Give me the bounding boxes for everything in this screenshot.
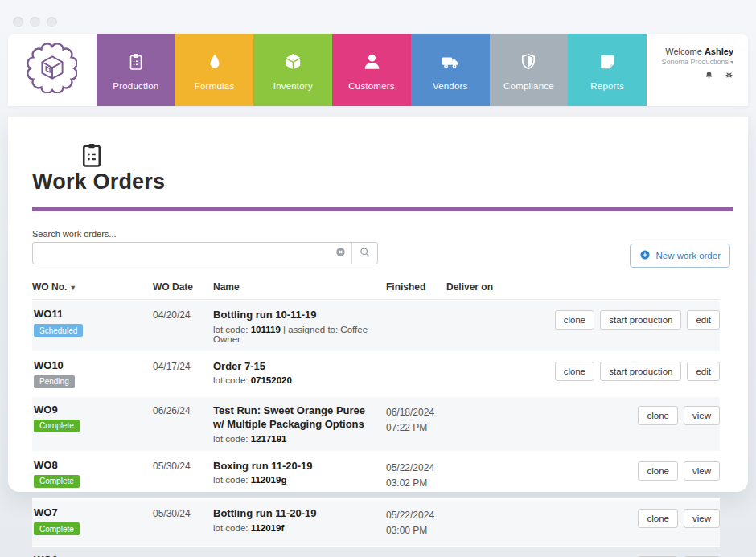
clear-search-button[interactable] (329, 243, 351, 264)
wo-number: WO10 (32, 359, 153, 371)
welcome-text: Welcome Ashley (647, 47, 733, 56)
wo-finished (386, 359, 446, 361)
wo-number: WO8 (32, 459, 153, 471)
wo-number: WO7 (32, 506, 153, 518)
status-badge: Complete (34, 420, 80, 432)
seal-box-logo-icon (27, 43, 77, 96)
nav-tab-production[interactable]: Production (97, 34, 175, 106)
nav-tab-vendors[interactable]: Vendors (411, 34, 490, 106)
app-logo[interactable] (8, 34, 97, 106)
sort-caret-icon: ▼ (69, 284, 76, 292)
wo-finished: 06/18/202407:22 PM (386, 403, 446, 436)
nav-tab-label: Customers (348, 81, 394, 91)
person-icon (362, 50, 382, 74)
column-header-wo-date: WO Date (153, 281, 213, 293)
status-badge: Pending (34, 375, 75, 388)
wo-date: 04/10/24 (153, 554, 213, 557)
table-row: WO9 Complete 06/26/24 Test Run: Sweet Or… (32, 395, 720, 451)
table-header-row: WO No.▼ WO Date Name Finished Deliver on (32, 281, 720, 300)
wo-name: Order 7-15 (213, 359, 376, 374)
window-control-dot[interactable] (30, 17, 40, 27)
clear-circle-icon (335, 246, 347, 260)
wo-name: Boxing run 11-20-19 (213, 459, 376, 473)
start-production-button[interactable]: start production (600, 362, 681, 381)
nav-tab-compliance[interactable]: Compliance (490, 34, 569, 106)
notification-bell-icon[interactable] (705, 71, 713, 80)
table-row: WO6 In production 04/10/24 Bottling run … (32, 546, 720, 557)
shield-icon (519, 50, 538, 74)
wo-name: Bottling run 11-20-19 (213, 506, 376, 521)
new-work-order-button[interactable]: New work order (630, 244, 730, 268)
wo-finished (386, 554, 446, 555)
wo-name: Test Run: Sweet Orange Puree w/ Multiple… (213, 403, 376, 432)
edit-button[interactable]: edit (687, 310, 720, 330)
search-button[interactable] (351, 243, 377, 264)
nav-tab-label: Reports (590, 81, 624, 91)
clone-button[interactable]: clone (638, 461, 678, 481)
cube-icon (283, 50, 303, 74)
search-icon (359, 246, 372, 261)
wo-finished: 05/22/202403:02 PM (386, 459, 446, 491)
nav-tab-formulas[interactable]: Formulas (175, 34, 254, 106)
status-badge: Scheduled (34, 324, 83, 337)
nav-tab-customers[interactable]: Customers (332, 34, 411, 106)
nav-tab-label: Inventory (273, 81, 313, 91)
column-header-finished: Finished (386, 281, 446, 293)
clone-button[interactable]: clone (555, 310, 595, 330)
status-badge: Complete (34, 522, 80, 535)
wo-lot-line: lot code: 1217191 (213, 434, 376, 444)
nav-tab-label: Vendors (433, 81, 468, 91)
window-control-dot[interactable] (13, 17, 23, 27)
wo-finished: 05/22/202403:00 PM (386, 506, 446, 539)
app-header: Production Formulas Inventory (8, 34, 748, 106)
account-menu[interactable]: Sonoma Productions▾ (647, 58, 733, 66)
primary-nav: Production Formulas Inventory (97, 34, 647, 106)
content-card: Work Orders Search work orders... (8, 117, 748, 492)
column-header-wo-no[interactable]: WO No.▼ (32, 281, 153, 293)
wo-number: WO11 (32, 308, 153, 320)
user-area: Welcome Ashley Sonoma Productions▾ (647, 34, 748, 106)
wo-lot-line: lot code: 112019g (213, 475, 376, 485)
nav-tab-reports[interactable]: Reports (568, 34, 647, 106)
window-controls (13, 17, 57, 27)
view-button[interactable]: view (684, 509, 720, 528)
wo-finished (386, 308, 446, 309)
clone-button[interactable]: clone (638, 509, 678, 528)
plus-circle-icon (639, 249, 651, 262)
truck-icon (440, 50, 461, 74)
status-badge: Complete (34, 475, 80, 488)
nav-tab-label: Compliance (503, 81, 554, 91)
view-button[interactable]: view (684, 461, 720, 481)
table-row: WO8 Complete 05/30/24 Boxing run 11-20-1… (32, 451, 720, 498)
search-label: Search work orders... (32, 229, 378, 239)
wo-name: Bottling run 10-11-19 (213, 308, 376, 322)
nav-tab-label: Formulas (195, 81, 235, 91)
table-row: WO10 Pending 04/17/24 Order 7-15 lot cod… (32, 351, 720, 395)
gear-icon[interactable] (725, 71, 733, 80)
table-row: WO11 Scheduled 04/20/24 Bottling run 10-… (32, 300, 720, 351)
wo-date: 05/30/24 (153, 459, 213, 472)
clone-button[interactable]: clone (555, 362, 595, 381)
user-name: Ashley (705, 47, 733, 56)
clipboard-icon (126, 50, 146, 74)
column-header-deliver-on: Deliver on (446, 281, 519, 293)
window-control-dot[interactable] (47, 17, 57, 27)
start-production-button[interactable]: start production (600, 310, 681, 330)
view-button[interactable]: view (684, 406, 720, 425)
wo-number: WO9 (32, 403, 153, 416)
search-input[interactable] (33, 243, 329, 264)
nav-tab-inventory[interactable]: Inventory (253, 34, 332, 106)
wo-date: 04/20/24 (153, 308, 213, 321)
column-header-name: Name (213, 281, 386, 293)
wo-lot-line: lot code: 101119 | assigned to: Coffee O… (213, 325, 376, 344)
page-title: Work Orders (32, 170, 165, 195)
work-orders-table: WO No.▼ WO Date Name Finished Deliver on… (32, 281, 720, 557)
wo-name: Bottling run update (213, 554, 376, 557)
clone-button[interactable]: clone (638, 406, 678, 425)
wo-number: WO6 (32, 554, 153, 557)
edit-button[interactable]: edit (687, 362, 720, 381)
nav-tab-label: Production (113, 81, 158, 91)
report-icon (598, 50, 617, 74)
wo-date: 05/30/24 (153, 506, 213, 519)
wo-date: 06/26/24 (153, 403, 213, 416)
